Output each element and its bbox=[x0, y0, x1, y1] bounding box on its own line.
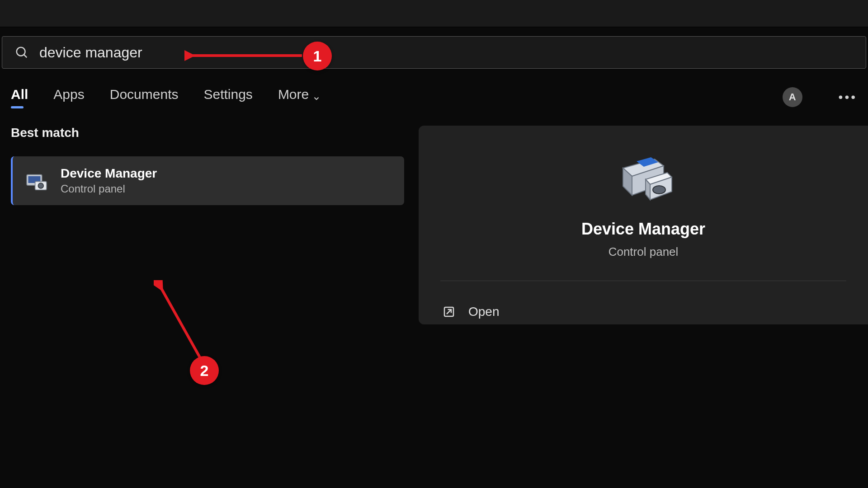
result-device-manager[interactable]: Device Manager Control panel bbox=[11, 156, 404, 205]
result-title: Device Manager bbox=[61, 166, 157, 181]
device-manager-large-icon bbox=[614, 155, 673, 204]
svg-line-15 bbox=[447, 310, 451, 314]
annotation-badge-2: 2 bbox=[190, 356, 219, 385]
user-avatar[interactable]: A bbox=[783, 87, 802, 107]
search-input[interactable] bbox=[39, 44, 853, 61]
device-manager-icon bbox=[24, 169, 49, 193]
svg-point-0 bbox=[17, 47, 25, 56]
annotation-badge-1: 1 bbox=[303, 42, 332, 70]
tab-more[interactable]: More bbox=[278, 87, 321, 108]
detail-subtitle: Control panel bbox=[609, 245, 679, 259]
detail-title: Device Manager bbox=[581, 220, 705, 239]
tab-more-label: More bbox=[278, 87, 309, 102]
search-icon bbox=[15, 46, 28, 59]
svg-line-1 bbox=[24, 55, 27, 57]
title-bar-dark bbox=[0, 0, 868, 27]
best-match-heading: Best match bbox=[11, 126, 404, 140]
svg-point-5 bbox=[38, 183, 43, 188]
svg-point-13 bbox=[653, 186, 665, 194]
result-subtitle: Control panel bbox=[61, 183, 157, 195]
tab-documents[interactable]: Documents bbox=[110, 87, 179, 108]
results-column: Best match Device Manager Control panel bbox=[11, 126, 404, 324]
tab-apps[interactable]: Apps bbox=[53, 87, 84, 108]
filter-tabs: All Apps Documents Settings More A ••• bbox=[0, 69, 868, 118]
tab-settings[interactable]: Settings bbox=[203, 87, 252, 108]
more-options-icon[interactable]: ••• bbox=[839, 90, 857, 104]
open-external-icon bbox=[442, 305, 456, 319]
search-bar[interactable] bbox=[2, 36, 866, 69]
tab-all[interactable]: All bbox=[11, 87, 28, 108]
chevron-down-icon bbox=[312, 90, 321, 99]
open-label: Open bbox=[468, 305, 500, 319]
open-action[interactable]: Open bbox=[440, 299, 846, 324]
detail-panel: Device Manager Control panel Open bbox=[419, 126, 868, 324]
